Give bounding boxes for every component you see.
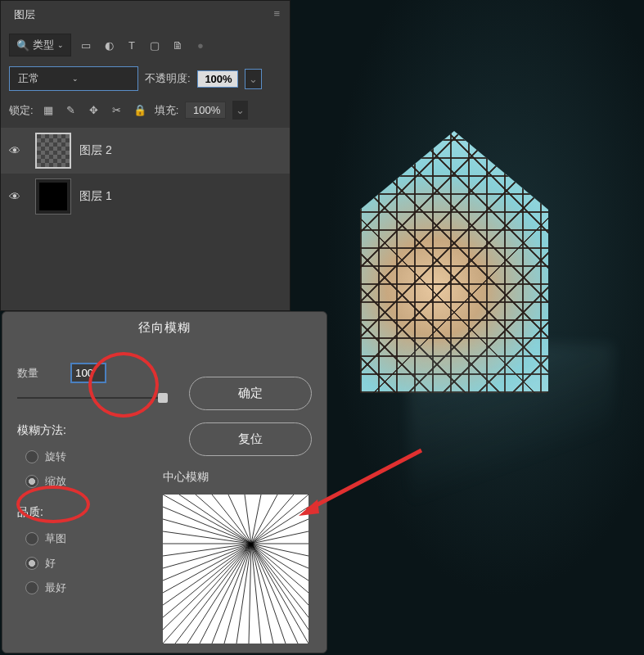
svg-line-26 (251, 495, 277, 544)
chevron-down-icon: ⌄ (57, 41, 64, 49)
fill-dropdown-icon[interactable]: ⌄ (232, 101, 248, 120)
reset-button[interactable]: 复位 (189, 422, 312, 456)
filter-toggle-icon[interactable]: ● (192, 37, 209, 53)
svg-line-19 (163, 544, 251, 593)
radio-draft-label: 草图 (45, 531, 66, 546)
svg-line-22 (163, 519, 251, 544)
opacity-dropdown-icon[interactable]: ⌄ (245, 69, 262, 89)
layer-name[interactable]: 图层 2 (79, 143, 112, 158)
radio-icon (25, 450, 38, 463)
filter-shape-icon[interactable]: ▢ (146, 37, 163, 53)
filter-adjustment-icon[interactable]: ◐ (101, 37, 117, 53)
filter-text-icon[interactable]: T (124, 37, 140, 53)
lock-pixels-icon[interactable]: ✎ (63, 102, 79, 119)
lock-transparency-icon[interactable]: ▦ (40, 102, 56, 119)
svg-line-23 (179, 495, 251, 544)
svg-line-43 (163, 531, 251, 544)
slider-thumb-icon[interactable] (158, 393, 168, 403)
lock-label: 锁定: (9, 103, 34, 118)
layer-item[interactable]: 👁 图层 2 (1, 128, 290, 174)
svg-line-41 (163, 544, 251, 580)
radial-blur-dialog: 径向模糊 确定 复位 数量 模糊方法: 旋转 缩放 品质: 草图 好 (2, 311, 327, 653)
svg-line-34 (251, 544, 273, 644)
lock-artboard-icon[interactable]: ✂ (109, 102, 125, 119)
svg-line-28 (251, 531, 308, 544)
lock-position-icon[interactable]: ✥ (86, 102, 102, 119)
fill-label: 填充: (155, 103, 179, 118)
visibility-toggle-icon[interactable]: 👁 (9, 190, 27, 203)
chevron-down-icon: ⌄ (72, 75, 79, 83)
svg-line-44 (163, 507, 251, 544)
svg-line-18 (163, 544, 251, 617)
layer-name[interactable]: 图层 1 (79, 189, 112, 204)
svg-line-40 (163, 544, 251, 605)
filter-pixel-icon[interactable]: ▭ (78, 37, 94, 53)
lock-all-icon[interactable]: 🔒 (132, 102, 148, 119)
annotation-circle (16, 486, 90, 523)
svg-line-4 (251, 495, 294, 544)
blend-mode-value: 正常 (18, 71, 39, 86)
radio-best-label: 最好 (45, 580, 66, 595)
svg-line-27 (251, 507, 308, 544)
svg-line-32 (251, 544, 308, 630)
radio-spin-label: 旋转 (45, 449, 66, 464)
layer-thumbnail[interactable] (35, 133, 71, 169)
layer-thumbnail[interactable] (35, 178, 71, 215)
amount-label: 数量 (17, 366, 38, 381)
visibility-toggle-icon[interactable]: 👁 (9, 144, 27, 157)
svg-line-29 (251, 544, 308, 556)
svg-line-10 (251, 544, 308, 617)
fill-input[interactable]: 100% (185, 102, 226, 119)
svg-line-0 (163, 495, 251, 544)
filter-label: 类型 (33, 38, 54, 52)
layer-filter-dropdown[interactable]: 🔍 类型 ⌄ (9, 34, 71, 56)
filter-smart-icon[interactable]: 🗎 (169, 37, 186, 53)
center-blur-label: 中心模糊 (163, 470, 209, 485)
layer-list: 👁 图层 2 👁 图层 1 (1, 128, 290, 219)
search-icon: 🔍 (16, 39, 29, 52)
svg-line-38 (175, 544, 251, 644)
annotation-circle (88, 352, 159, 418)
blur-center-preview[interactable] (163, 495, 308, 644)
radio-icon (25, 475, 38, 488)
radio-good-label: 好 (45, 556, 56, 571)
blend-mode-dropdown[interactable]: 正常 ⌄ (9, 66, 138, 91)
radio-icon (25, 532, 38, 545)
dialog-title: 径向模糊 (2, 312, 327, 344)
svg-line-8 (251, 544, 308, 568)
svg-line-15 (212, 544, 251, 644)
svg-line-42 (163, 544, 251, 556)
document-canvas[interactable] (295, 0, 644, 655)
svg-line-31 (251, 544, 308, 605)
svg-line-6 (251, 519, 308, 544)
opacity-input[interactable]: 100% (197, 70, 238, 88)
panel-menu-icon[interactable]: ≡ (263, 1, 290, 26)
layers-tab[interactable]: 图层 (1, 1, 48, 29)
image-light-rays (409, 344, 614, 508)
svg-line-39 (163, 544, 251, 630)
opacity-label: 不透明度: (145, 71, 191, 86)
svg-line-1 (196, 495, 251, 544)
ok-button[interactable]: 确定 (189, 377, 312, 410)
layers-panel: 图层 ≡ 🔍 类型 ⌄ ▭ ◐ T ▢ 🗎 ● 正常 ⌄ 不透明度: 100% … (0, 0, 290, 311)
radio-icon (25, 557, 38, 570)
layer-item[interactable]: 👁 图层 1 (1, 174, 290, 219)
radio-icon (25, 581, 38, 594)
